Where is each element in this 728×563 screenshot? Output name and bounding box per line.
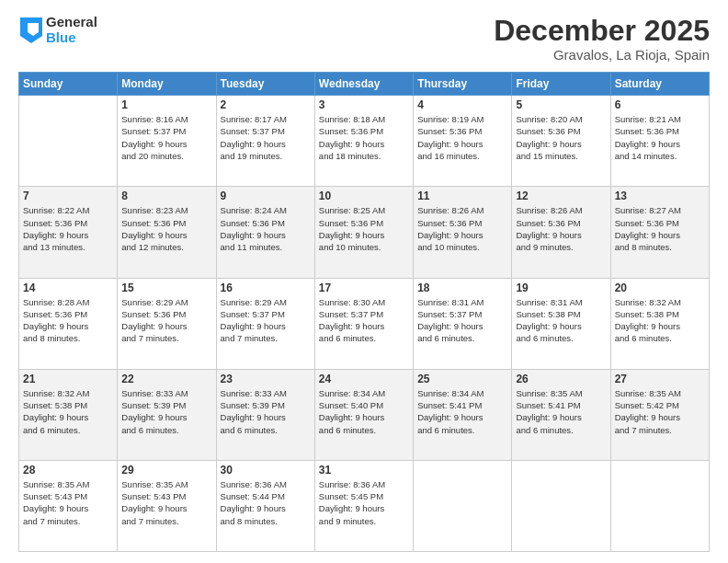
calendar-cell [610, 460, 709, 551]
calendar-cell: 7Sunrise: 8:22 AM Sunset: 5:36 PM Daylig… [19, 187, 118, 278]
day-info: Sunrise: 8:35 AM Sunset: 5:41 PM Dayligh… [516, 387, 606, 436]
calendar-cell: 30Sunrise: 8:36 AM Sunset: 5:44 PM Dayli… [216, 460, 314, 551]
logo-text: General Blue [46, 15, 97, 45]
day-info: Sunrise: 8:28 AM Sunset: 5:36 PM Dayligh… [23, 296, 113, 345]
calendar-cell: 29Sunrise: 8:35 AM Sunset: 5:43 PM Dayli… [118, 460, 216, 551]
day-info: Sunrise: 8:29 AM Sunset: 5:36 PM Dayligh… [121, 296, 211, 345]
calendar-cell: 8Sunrise: 8:23 AM Sunset: 5:36 PM Daylig… [118, 187, 216, 278]
day-number: 4 [417, 98, 507, 111]
calendar-cell: 28Sunrise: 8:35 AM Sunset: 5:43 PM Dayli… [19, 460, 118, 551]
weekday-header-row: SundayMondayTuesdayWednesdayThursdayFrid… [19, 73, 710, 96]
calendar-cell: 11Sunrise: 8:26 AM Sunset: 5:36 PM Dayli… [414, 187, 512, 278]
day-info: Sunrise: 8:33 AM Sunset: 5:39 PM Dayligh… [121, 387, 211, 436]
logo: General Blue [18, 15, 97, 45]
calendar-cell: 12Sunrise: 8:26 AM Sunset: 5:36 PM Dayli… [512, 187, 610, 278]
day-number: 17 [319, 282, 409, 294]
calendar-body: 1Sunrise: 8:16 AM Sunset: 5:37 PM Daylig… [19, 96, 710, 552]
calendar-cell: 13Sunrise: 8:27 AM Sunset: 5:36 PM Dayli… [610, 187, 709, 278]
calendar-cell: 16Sunrise: 8:29 AM Sunset: 5:37 PM Dayli… [216, 278, 314, 369]
day-number: 11 [417, 190, 507, 202]
calendar-cell: 26Sunrise: 8:35 AM Sunset: 5:41 PM Dayli… [512, 369, 610, 460]
calendar-cell: 5Sunrise: 8:20 AM Sunset: 5:36 PM Daylig… [512, 96, 610, 187]
calendar-cell: 18Sunrise: 8:31 AM Sunset: 5:37 PM Dayli… [414, 278, 512, 369]
day-info: Sunrise: 8:16 AM Sunset: 5:37 PM Dayligh… [121, 113, 211, 162]
day-info: Sunrise: 8:22 AM Sunset: 5:36 PM Dayligh… [23, 204, 113, 253]
day-number: 29 [121, 464, 211, 477]
calendar-cell: 31Sunrise: 8:36 AM Sunset: 5:45 PM Dayli… [314, 460, 413, 551]
day-number: 14 [23, 282, 113, 294]
day-number: 16 [221, 282, 311, 294]
day-number: 15 [121, 282, 211, 294]
day-info: Sunrise: 8:27 AM Sunset: 5:36 PM Dayligh… [615, 204, 705, 253]
day-number: 20 [615, 282, 705, 294]
day-info: Sunrise: 8:35 AM Sunset: 5:42 PM Dayligh… [615, 387, 705, 436]
day-number: 6 [615, 98, 705, 111]
day-number: 3 [319, 98, 409, 111]
calendar-week-2: 7Sunrise: 8:22 AM Sunset: 5:36 PM Daylig… [19, 187, 710, 278]
logo-general-text: General [46, 15, 97, 30]
month-title: December 2025 [494, 15, 710, 47]
calendar-cell: 22Sunrise: 8:33 AM Sunset: 5:39 PM Dayli… [118, 369, 216, 460]
logo-icon [20, 17, 42, 43]
calendar-cell: 19Sunrise: 8:31 AM Sunset: 5:38 PM Dayli… [512, 278, 610, 369]
day-number: 18 [417, 282, 507, 294]
calendar-cell: 27Sunrise: 8:35 AM Sunset: 5:42 PM Dayli… [610, 369, 709, 460]
day-number: 30 [221, 464, 311, 477]
day-info: Sunrise: 8:31 AM Sunset: 5:37 PM Dayligh… [417, 296, 507, 345]
weekday-header-friday: Friday [512, 73, 610, 96]
day-number: 1 [121, 98, 211, 111]
day-number: 9 [221, 190, 311, 202]
calendar-cell: 21Sunrise: 8:32 AM Sunset: 5:38 PM Dayli… [19, 369, 118, 460]
title-area: December 2025 Gravalos, La Rioja, Spain [494, 15, 710, 63]
day-info: Sunrise: 8:24 AM Sunset: 5:36 PM Dayligh… [221, 204, 311, 253]
day-info: Sunrise: 8:19 AM Sunset: 5:36 PM Dayligh… [417, 113, 507, 162]
weekday-header-saturday: Saturday [610, 73, 709, 96]
calendar-week-3: 14Sunrise: 8:28 AM Sunset: 5:36 PM Dayli… [19, 278, 710, 369]
calendar-cell: 17Sunrise: 8:30 AM Sunset: 5:37 PM Dayli… [314, 278, 413, 369]
day-info: Sunrise: 8:29 AM Sunset: 5:37 PM Dayligh… [221, 296, 311, 345]
day-info: Sunrise: 8:26 AM Sunset: 5:36 PM Dayligh… [417, 204, 507, 253]
calendar-header: SundayMondayTuesdayWednesdayThursdayFrid… [19, 73, 710, 96]
day-number: 21 [23, 373, 113, 385]
day-number: 22 [121, 373, 211, 385]
page-container: General Blue December 2025 Gravalos, La … [0, 0, 728, 563]
day-info: Sunrise: 8:18 AM Sunset: 5:36 PM Dayligh… [319, 113, 409, 162]
day-info: Sunrise: 8:20 AM Sunset: 5:36 PM Dayligh… [516, 113, 606, 162]
calendar-cell [19, 96, 118, 187]
weekday-header-wednesday: Wednesday [314, 73, 413, 96]
calendar-cell: 24Sunrise: 8:34 AM Sunset: 5:40 PM Dayli… [314, 369, 413, 460]
day-info: Sunrise: 8:21 AM Sunset: 5:36 PM Dayligh… [615, 113, 705, 162]
calendar-cell: 25Sunrise: 8:34 AM Sunset: 5:41 PM Dayli… [414, 369, 512, 460]
day-info: Sunrise: 8:34 AM Sunset: 5:40 PM Dayligh… [319, 387, 409, 436]
day-number: 5 [516, 98, 606, 111]
location-subtitle: Gravalos, La Rioja, Spain [494, 47, 710, 63]
calendar-cell [512, 460, 610, 551]
day-info: Sunrise: 8:30 AM Sunset: 5:37 PM Dayligh… [319, 296, 409, 345]
calendar-table: SundayMondayTuesdayWednesdayThursdayFrid… [18, 72, 710, 552]
day-number: 25 [417, 373, 507, 385]
calendar-cell: 10Sunrise: 8:25 AM Sunset: 5:36 PM Dayli… [314, 187, 413, 278]
weekday-header-sunday: Sunday [19, 73, 118, 96]
calendar-cell: 20Sunrise: 8:32 AM Sunset: 5:38 PM Dayli… [610, 278, 709, 369]
day-info: Sunrise: 8:32 AM Sunset: 5:38 PM Dayligh… [23, 387, 113, 436]
calendar-cell: 15Sunrise: 8:29 AM Sunset: 5:36 PM Dayli… [118, 278, 216, 369]
weekday-header-monday: Monday [118, 73, 216, 96]
calendar-cell: 4Sunrise: 8:19 AM Sunset: 5:36 PM Daylig… [414, 96, 512, 187]
day-number: 23 [221, 373, 311, 385]
day-info: Sunrise: 8:36 AM Sunset: 5:44 PM Dayligh… [221, 478, 311, 527]
day-number: 7 [23, 190, 113, 202]
day-info: Sunrise: 8:36 AM Sunset: 5:45 PM Dayligh… [319, 478, 409, 527]
day-info: Sunrise: 8:17 AM Sunset: 5:37 PM Dayligh… [221, 113, 311, 162]
calendar-week-5: 28Sunrise: 8:35 AM Sunset: 5:43 PM Dayli… [19, 460, 710, 551]
logo-blue-text: Blue [46, 30, 97, 46]
calendar-cell [414, 460, 512, 551]
calendar-cell: 2Sunrise: 8:17 AM Sunset: 5:37 PM Daylig… [216, 96, 314, 187]
day-number: 24 [319, 373, 409, 385]
calendar-week-4: 21Sunrise: 8:32 AM Sunset: 5:38 PM Dayli… [19, 369, 710, 460]
day-info: Sunrise: 8:35 AM Sunset: 5:43 PM Dayligh… [23, 478, 113, 527]
day-info: Sunrise: 8:26 AM Sunset: 5:36 PM Dayligh… [516, 204, 606, 253]
day-info: Sunrise: 8:34 AM Sunset: 5:41 PM Dayligh… [417, 387, 507, 436]
day-info: Sunrise: 8:35 AM Sunset: 5:43 PM Dayligh… [121, 478, 211, 527]
day-number: 28 [23, 464, 113, 477]
calendar-cell: 14Sunrise: 8:28 AM Sunset: 5:36 PM Dayli… [19, 278, 118, 369]
